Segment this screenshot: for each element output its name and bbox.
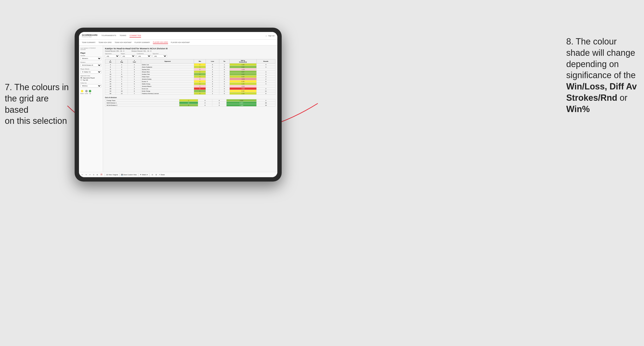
tablet-frame: SCOREBOARD Powered by clippd TOURNAMENTS… (75, 28, 282, 181)
ood-cell-opponent: NCAA Division 2 (105, 104, 179, 107)
filter-conference-select[interactable]: (All) (137, 55, 151, 58)
nav-tournaments[interactable]: TOURNAMENTS (101, 34, 116, 37)
filter-opponent-select[interactable]: (All) (153, 55, 167, 58)
cell-win: 1 (194, 71, 206, 73)
cell-loss: 0 (206, 71, 219, 73)
cell-tie: 0 (219, 90, 230, 92)
subnav-team-h2h-grid[interactable]: TEAM H2H GRID (98, 41, 112, 44)
toolbar-save-custom-view[interactable]: 💾 Save Custom View (121, 174, 137, 176)
cell-reg: 1 (116, 78, 128, 80)
cell-reg: 11 (116, 75, 128, 78)
cell-opponent: Emily Chang (141, 90, 194, 92)
radio-dot-2 (80, 79, 82, 81)
sidebar-division-label: Division (80, 62, 101, 63)
subnav-team-h2h-heatmap[interactable]: TEAM H2H HEATMAP (114, 41, 132, 44)
col-div: #Div (105, 59, 116, 63)
subnav-player-h2h-grid[interactable]: PLAYER H2H GRID (153, 41, 168, 44)
nav-committee[interactable]: COMMITTEE (130, 34, 141, 37)
col-rounds: Rounds (256, 59, 275, 63)
ood-cell-opponent: NAIA Division 1 (105, 102, 179, 104)
radio-dot-1 (80, 77, 82, 79)
cell-loss: 0 (206, 75, 219, 78)
ood-cell-diff-av: 4.500 (226, 99, 256, 102)
toolbar-back[interactable]: ↩ (88, 173, 92, 176)
sidebar-player-rank-label: Player (Rank) (80, 68, 101, 70)
cell-win: 2 (194, 73, 206, 75)
out-of-division-table: Foreign Team 1 0 0 4.500 2 NAIA Division… (105, 99, 276, 107)
filter-region-select[interactable]: (All) (121, 55, 135, 58)
colour-item-down: Down (80, 90, 84, 94)
cell-tie: 0 (219, 92, 230, 95)
ood-cell-loss: 0 (198, 104, 212, 107)
toolbar-paste[interactable]: ⊕ (96, 173, 99, 176)
cell-diff-av: -3.00 (230, 78, 256, 80)
col-conf: #Conf (128, 59, 141, 63)
cell-opponent: Jessica Mason (141, 85, 194, 88)
sub-nav: TEAM SUMMARY TEAM H2H GRID TEAM H2H HEAT… (79, 40, 277, 45)
cell-diff-av: 1.50 (230, 63, 256, 66)
cell-div: 14 (105, 80, 116, 83)
col-opponent: Opponent (141, 59, 194, 63)
cell-diff-av: 4.00 (230, 66, 256, 68)
table-row: 5 2 2 Alexis Sudjianto 1 0 0 4.00 3 (105, 66, 276, 68)
toolbar-undo[interactable]: ↩ (81, 173, 84, 176)
cell-div: 10 (105, 73, 116, 75)
cell-tie: 0 (219, 78, 230, 80)
cell-rounds: 4 (256, 83, 275, 85)
subnav-player-summary[interactable]: PLAYER SUMMARY (134, 41, 150, 44)
cell-reg: 10 (116, 90, 128, 92)
toolbar-watch[interactable]: 👁 Watch ▾ (140, 174, 148, 176)
cell-div: 9 (105, 71, 116, 73)
toolbar-copy[interactable]: ⎘ (92, 173, 95, 176)
sign-out-link[interactable]: Sign out (268, 35, 274, 36)
cell-reg: 6 (116, 73, 128, 75)
nav-teams[interactable]: TEAMS (120, 34, 126, 37)
cell-loss: 0 (206, 66, 219, 68)
ood-cell-loss: 0 (198, 102, 212, 104)
table-row: 20 11 7 Federica Domecq Lacroze 2 1 0 1.… (105, 92, 276, 95)
toolbar-redo[interactable]: ↪ (85, 173, 88, 176)
cell-conf: 6 (128, 90, 141, 92)
cell-win: 2 (194, 92, 206, 95)
sidebar-colour-by-select[interactable]: Win/loss (80, 84, 101, 88)
cell-conf: 2 (128, 88, 141, 90)
cell-rounds: 6 (256, 92, 275, 95)
cell-diff-av: 3.67 (230, 71, 256, 73)
toolbar-view-original[interactable]: ⊞ View: Original (106, 174, 118, 176)
ood-cell-win: 1 (179, 99, 198, 102)
filter-row: Opponents: (All) Region (All) Conference (105, 53, 276, 58)
toolbar-share[interactable]: ↗ Share (159, 174, 165, 176)
cell-rounds: 3 (256, 66, 275, 68)
grid-area: Katelyn Vo Head-to-Head Grid for Women's… (103, 45, 277, 172)
ood-cell-loss: 0 (198, 99, 212, 102)
radio-opponents-played[interactable]: Opponents Played (80, 77, 101, 79)
toolbar-clock[interactable]: ⏰ (100, 173, 103, 176)
cell-reg: 2 (116, 66, 128, 68)
table-row: 13 1 1 Jessica Huang 0 1 0 -3.00 2 (105, 78, 276, 80)
cell-rounds: 11 (256, 90, 275, 92)
cell-win: 0 (194, 78, 206, 80)
subnav-team-summary[interactable]: TEAM SUMMARY (82, 41, 96, 44)
ood-table-row: Foreign Team 1 0 0 4.500 2 (105, 99, 276, 102)
sidebar-gender-select[interactable]: Women's (80, 57, 101, 60)
toolbar-icon2[interactable]: ⊞ (155, 173, 158, 176)
toolbar-sep1 (105, 173, 105, 176)
radio-top100[interactable]: Top 100 (80, 79, 101, 81)
cell-reg: 8 (116, 83, 128, 85)
cell-opponent: Federica Domecq Lacroze (141, 92, 194, 95)
subnav-player-h2h-heatmap[interactable]: PLAYER H2H HEATMAP (171, 41, 190, 44)
ood-cell-rounds: 30 (256, 102, 275, 104)
cell-div: 18 (105, 88, 116, 90)
sidebar-player-rank-select[interactable]: 8. Katelyn Vo (80, 70, 101, 74)
cell-loss: 1 (206, 68, 219, 71)
cell-diff-av: 1.33 (230, 92, 256, 95)
cell-div: 11 (105, 75, 116, 78)
cell-conf: 4 (128, 71, 141, 73)
cell-opponent: Stella Cheng (141, 83, 194, 85)
data-table: #Div #Reg #Conf Opponent Win Loss Tie Di… (105, 59, 276, 95)
cell-win: 2 (194, 80, 206, 83)
filter-opponents-select[interactable]: (All) (105, 55, 120, 58)
toolbar-icon1[interactable]: ⊟ (151, 173, 154, 176)
sidebar-division-select[interactable]: NCAA Division III (80, 63, 101, 67)
cell-div: 19 (105, 90, 116, 92)
